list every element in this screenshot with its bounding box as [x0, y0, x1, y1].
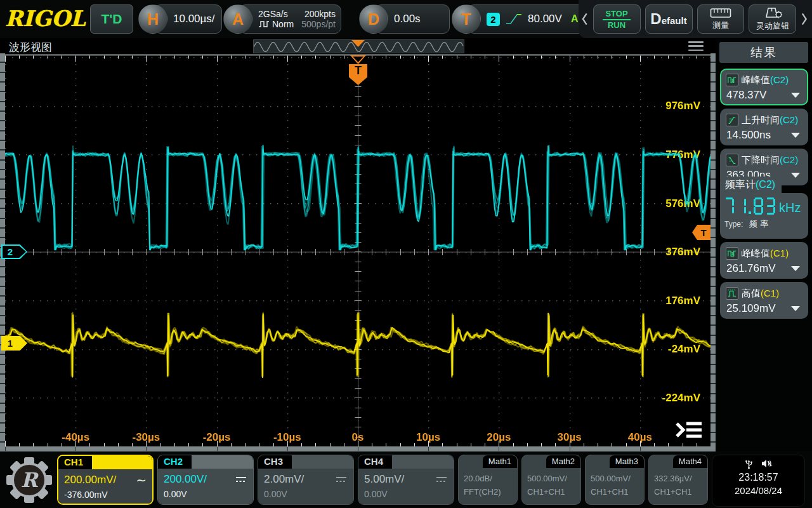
dc-coupling-icon — [235, 475, 247, 484]
acquire-group[interactable]: A 2GSa/s 200kpts Norm 500ps/pt — [223, 4, 341, 34]
top-bar: RIGOL T'D H 10.00µs/ A 2GSa/s 200kpts No… — [0, 0, 812, 38]
math1-expression: FFT(CH2) — [464, 485, 512, 498]
chevron-left-icon[interactable] — [581, 11, 589, 27]
channel-card-ch4[interactable]: CH4 5.00mV/ 0.00V — [358, 455, 454, 505]
chevron-down-icon[interactable] — [791, 173, 800, 178]
math2-label: Math2 — [546, 455, 580, 468]
ch1-label: CH1 — [58, 456, 92, 469]
results-sidebar: 结果 峰峰值(C2) 478.37V — [716, 38, 812, 451]
horizontal-knob[interactable]: H — [138, 4, 167, 34]
right-scale-bar — [710, 53, 716, 451]
ac-coupling-icon: ∼ — [136, 477, 147, 483]
rigol-gear-logo[interactable]: R — [5, 455, 53, 505]
memory-depth: 200kpts — [304, 9, 336, 19]
measure-card-vpp-c2[interactable]: 峰峰值(C2) 478.37V — [720, 69, 808, 105]
vpp-icon — [726, 74, 738, 86]
menu-icon[interactable] — [688, 41, 704, 51]
gear-icon — [775, 11, 782, 18]
ch3-scale: 2.00mV/ — [264, 473, 304, 486]
math1-label: Math1 — [483, 455, 517, 468]
ch2-scale: 200.00V/ — [164, 473, 207, 486]
acquire-knob[interactable]: A — [223, 4, 252, 34]
chevron-down-icon[interactable] — [791, 266, 800, 271]
rise-time-icon — [726, 114, 738, 126]
trigger-source-badge: 2 — [487, 13, 500, 26]
measure-value: 25.109mV — [726, 302, 776, 315]
math2-scale: 500.00mV/ — [527, 472, 575, 485]
default-button[interactable]: Default — [645, 4, 693, 34]
math3-scale: 500.00mV/ — [591, 472, 639, 485]
channel-card-ch2[interactable]: CH2 200.00V/ 0.00V — [157, 455, 254, 505]
math-card-math2[interactable]: Math2 500.00mV/ CH1+CH1 — [521, 455, 581, 505]
ch4-offset: 0.00V — [364, 489, 448, 499]
speaker-muted-icon — [761, 458, 773, 469]
measure-card-vhigh-c1[interactable]: 高值(C1) 25.109mV — [720, 282, 808, 319]
measure-value: 478.37V — [726, 89, 766, 102]
quick-knob-button[interactable]: 灵动旋钮 — [749, 4, 796, 34]
ch1-offset: -376.00mV — [64, 490, 147, 500]
math-card-math1[interactable]: Math1 20.0dB/ FFT(CH2) — [458, 455, 518, 505]
math-card-math3[interactable]: Math3 500.00mV/ CH1+CH1 — [585, 455, 645, 505]
usb-icon — [745, 458, 753, 469]
frequency-counter-card[interactable]: 频率计(C2) kHz Type:频率 — [720, 193, 808, 239]
oscilloscope-screen: RIGOL T'D H 10.00µs/ A 2GSa/s 200kpts No… — [0, 0, 812, 508]
sample-resolution: 500ps/pt — [301, 19, 336, 29]
chevron-down-icon[interactable] — [791, 306, 800, 311]
measure-card-vpp-c1[interactable]: 峰峰值(C1) 261.76mV — [720, 242, 808, 279]
vpp-icon — [726, 247, 738, 260]
math4-expression: CH1+CH1 — [654, 485, 702, 498]
math-card-math4[interactable]: Math4 332.36µV/ CH1+CH1 — [648, 455, 708, 505]
measure-value: 261.76mV — [726, 262, 776, 275]
horizontal-group[interactable]: H 10.00µs/ — [138, 4, 222, 34]
measure-card-risetime-c2[interactable]: 上升时间(C2) 14.500ns — [720, 109, 808, 145]
fall-time-icon — [726, 154, 738, 166]
run-stop-button[interactable]: STOP RUN — [593, 4, 641, 34]
frequency-type: Type:频率 — [724, 218, 804, 230]
measure-label: 测量 — [712, 20, 729, 31]
ch3-label: CH3 — [258, 455, 292, 469]
trigger-knob[interactable]: T — [452, 4, 481, 34]
clock-time: 23:18:57 — [738, 472, 778, 483]
math3-expression: CH1+CH1 — [591, 485, 639, 498]
trigger-level: 80.00V — [528, 13, 562, 25]
ch2-offset: 0.00V — [164, 489, 247, 499]
run-label: RUN — [608, 20, 625, 30]
waveform-display[interactable]: T T 2 1 — [0, 53, 716, 451]
acquire-mode: Norm — [272, 19, 294, 29]
sample-rate: 2GSa/s — [258, 9, 288, 19]
math3-label: Math3 — [610, 455, 644, 468]
chevron-down-icon[interactable] — [791, 133, 800, 138]
delay-group[interactable]: D 0.00s — [359, 4, 450, 34]
clock-date: 2024/08/24 — [735, 485, 782, 496]
ch2-label: CH2 — [158, 455, 192, 469]
math2-expression: CH1+CH1 — [527, 485, 575, 498]
ch3-offset: 0.00V — [264, 489, 348, 499]
knob-icon — [762, 6, 783, 19]
channel-card-ch1[interactable]: CH1 200.00mV/ ∼ -376.00mV — [57, 455, 154, 505]
trigger-group[interactable]: T 2 80.00V A — [452, 4, 587, 34]
rigol-logo: RIGOL — [5, 6, 86, 30]
delay-knob[interactable]: D — [359, 4, 388, 34]
view-header: 波形视图 — [0, 38, 716, 53]
bottom-bar: R CH1 200.00mV/ ∼ -376.00mV CH2 200.00V/ — [0, 451, 812, 508]
trigger-panel[interactable]: 2 80.00V A — [468, 4, 587, 34]
measure-button[interactable]: 测量 — [697, 4, 745, 34]
chevron-down-icon[interactable] — [791, 93, 800, 98]
acquire-mode-icon — [258, 20, 270, 28]
svg-text:R: R — [21, 468, 39, 492]
channel-card-ch3[interactable]: CH3 2.00mV/ 0.00V — [258, 455, 354, 505]
chevron-right-icon[interactable] — [801, 11, 808, 27]
waveform-canvas[interactable] — [5, 53, 710, 451]
ruler-icon — [710, 8, 731, 18]
trigger-status-badge: T'D — [90, 4, 133, 34]
measure-value: 14.500ns — [726, 129, 771, 142]
clock-panel[interactable]: 23:18:57 2024/08/24 — [712, 455, 805, 507]
ch4-label: CH4 — [358, 455, 392, 469]
frequency-digits: kHz — [724, 197, 804, 215]
top-button-cluster: STOP RUN Default 测量 — [579, 0, 812, 38]
acquire-panel[interactable]: 2GSa/s 200kpts Norm 500ps/pt — [239, 4, 341, 34]
expand-menu-icon[interactable] — [674, 419, 704, 441]
quick-knob-label: 灵动旋钮 — [756, 20, 789, 32]
results-header: 结果 — [719, 42, 808, 63]
timebase-overview-strip[interactable] — [253, 39, 464, 53]
